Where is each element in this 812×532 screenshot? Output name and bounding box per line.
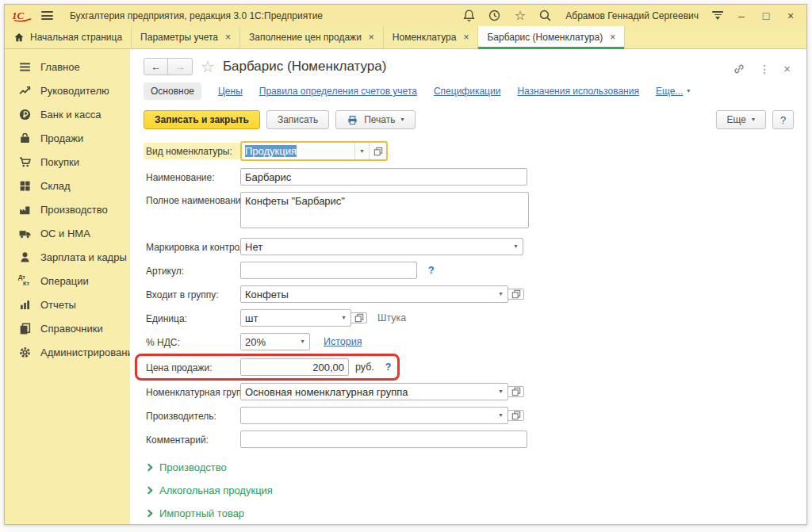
dropdown-arrow-icon[interactable]: ▾ — [509, 239, 523, 255]
kind-combobox[interactable]: Продукция ▾ — [240, 141, 388, 161]
article-help-icon[interactable]: ? — [428, 265, 435, 276]
history-icon[interactable] — [488, 9, 501, 22]
tab-parametry-ucheta[interactable]: Параметры учета × — [132, 26, 240, 48]
dropdown-arrow-icon[interactable]: ▾ — [494, 286, 508, 302]
close-tab-icon[interactable]: × — [610, 32, 615, 43]
tab-home[interactable]: Начальная страница — [5, 26, 132, 48]
books-icon — [18, 322, 32, 335]
save-and-close-button[interactable]: Записать и закрыть — [144, 110, 260, 129]
sidebar-item-administrirovanie[interactable]: Администрирование — [5, 340, 130, 364]
maximize-button[interactable]: □ — [760, 10, 772, 21]
more-button[interactable]: Еще ▾ — [716, 110, 766, 129]
chevron-down-icon: ▾ — [752, 117, 755, 123]
open-list-icon[interactable] — [369, 143, 386, 159]
current-user[interactable]: Абрамов Геннадий Сергеевич — [565, 10, 699, 21]
sidebar-item-pokupki[interactable]: Покупки — [5, 150, 130, 174]
open-list-icon[interactable] — [508, 410, 524, 421]
grid-boxes-icon — [18, 179, 32, 193]
sidebar-item-zarplata-i-kadry[interactable]: Зарплата и кадры — [5, 245, 130, 269]
manufacturer-combobox[interactable]: ▾ — [240, 407, 508, 424]
get-link-icon[interactable] — [733, 63, 745, 75]
sidebar-item-otchety[interactable]: Отчеты — [5, 293, 130, 316]
more-commands-icon[interactable]: ⋮ — [759, 63, 770, 75]
open-list-icon[interactable] — [508, 289, 524, 300]
article-input[interactable] — [240, 262, 417, 279]
section-proizvodstvo[interactable]: Производство — [144, 461, 794, 473]
help-button[interactable]: ? — [772, 110, 794, 129]
price-row: Цена продажи: руб. ? — [144, 358, 794, 376]
section-alkogolnaya-produkciya[interactable]: Алкогольная продукция — [144, 484, 794, 496]
vat-history-link[interactable]: История — [324, 336, 362, 347]
close-window-button[interactable]: × — [784, 10, 797, 21]
sidebar-item-os-i-nma[interactable]: ОС и НМА — [5, 221, 130, 245]
notifications-bell-icon[interactable] — [462, 9, 476, 22]
nav-naznacheniya[interactable]: Назначения использования — [517, 86, 638, 97]
main-menu-icon[interactable] — [41, 11, 53, 20]
back-button[interactable]: ← — [144, 59, 168, 75]
field-label-group: Входит в группу: — [144, 286, 240, 303]
close-tab-icon[interactable]: × — [463, 32, 469, 43]
kind-value-selected: Продукция — [245, 145, 297, 157]
nav-osnovnoe[interactable]: Основное — [144, 82, 201, 100]
close-form-icon[interactable]: × — [783, 62, 791, 75]
field-label-vat: % НДС: — [144, 334, 240, 350]
cart-icon — [18, 155, 32, 169]
sidebar-item-rukovoditelyu[interactable]: Руководителю — [5, 78, 130, 102]
tab-label: Параметры учета — [140, 32, 218, 43]
dropdown-arrow-icon[interactable]: ▾ — [296, 334, 309, 350]
nom-group-combobox[interactable]: Основная номенклатурная группа ▾ — [240, 383, 508, 400]
tab-zapolnenie-cen[interactable]: Заполнение цен продажи × — [240, 26, 384, 48]
close-tab-icon[interactable]: × — [369, 32, 374, 43]
sidebar-item-bank-i-kassa[interactable]: Банк и касса — [5, 102, 130, 126]
chevron-down-icon: ▾ — [687, 88, 690, 94]
favorites-star-icon[interactable]: ☆ — [513, 9, 527, 22]
forward-button[interactable]: → — [168, 59, 192, 75]
title-bar: 1С Бухгалтерия предприятия, редакция 3.0… — [5, 5, 806, 26]
tab-barbaris-active[interactable]: Барбарис (Номенклатура) × — [478, 26, 625, 48]
marking-combobox[interactable]: Нет ▾ — [240, 238, 523, 255]
field-label-comment: Комментарий: — [144, 431, 240, 448]
dropdown-arrow-icon[interactable]: ▾ — [354, 143, 369, 159]
form-toolbar: Записать и закрыть Записать Печать ▾ Еще… — [144, 110, 794, 129]
sidebar-item-prodazhi[interactable]: Продажи — [5, 126, 130, 150]
nav-history-buttons: ← → — [144, 58, 193, 75]
group-combobox[interactable]: Конфеты ▾ — [240, 285, 508, 303]
search-icon[interactable] — [538, 9, 552, 22]
sidebar-item-spravochniki[interactable]: Справочники — [5, 316, 130, 340]
dropdown-arrow-icon[interactable]: ▾ — [337, 310, 350, 326]
dropdown-arrow-icon[interactable]: ▾ — [494, 408, 508, 423]
save-button[interactable]: Записать — [266, 110, 329, 129]
print-button[interactable]: Печать ▾ — [335, 110, 415, 129]
sidebar-item-proizvodstvo[interactable]: Производство — [5, 197, 130, 221]
name-input[interactable] — [240, 168, 527, 186]
full-name-textarea[interactable]: Конфеты "Барбарис" — [240, 192, 529, 228]
form-nav: Основное Цены Правила определения счетов… — [144, 82, 794, 100]
comment-input[interactable] — [240, 431, 527, 448]
section-importnyj-tovar[interactable]: Импортный товар — [144, 507, 794, 519]
ruble-circle-icon — [18, 108, 32, 121]
tab-nomenklatura[interactable]: Номенклатура × — [384, 26, 479, 48]
nav-specifikacii[interactable]: Спецификации — [434, 86, 500, 97]
sidebar-item-glavnoe[interactable]: Главное — [5, 55, 130, 78]
field-label-manufacturer: Производитель: — [144, 408, 240, 424]
open-list-icon[interactable] — [508, 386, 524, 397]
svg-text:1С: 1С — [12, 9, 25, 21]
tab-bar: Начальная страница Параметры учета × Зап… — [5, 26, 806, 49]
field-label-kind: Вид номенклатуры: — [144, 143, 240, 159]
dropdown-arrow-icon[interactable]: ▾ — [494, 384, 508, 400]
vat-combobox[interactable]: 20% ▾ — [240, 333, 310, 350]
sidebar-item-sklad[interactable]: Склад — [5, 174, 130, 197]
open-list-icon[interactable] — [350, 312, 367, 323]
close-tab-icon[interactable]: × — [225, 32, 231, 43]
field-label-name: Наименование: — [144, 169, 240, 186]
unit-combobox[interactable]: шт ▾ — [240, 309, 351, 327]
tools-settings-icon[interactable] — [712, 11, 723, 21]
nav-pravila-schetov[interactable]: Правила определения счетов учета — [259, 86, 417, 97]
minimize-button[interactable]: – — [735, 10, 748, 21]
nav-more-link[interactable]: Еще... — [656, 86, 683, 97]
price-help-icon[interactable]: ? — [385, 362, 392, 373]
nav-tseny[interactable]: Цены — [218, 86, 243, 97]
price-input[interactable] — [240, 358, 349, 376]
sidebar-item-operacii[interactable]: ДтКт Операции — [5, 269, 130, 293]
favorite-star-icon[interactable]: ☆ — [201, 59, 215, 75]
